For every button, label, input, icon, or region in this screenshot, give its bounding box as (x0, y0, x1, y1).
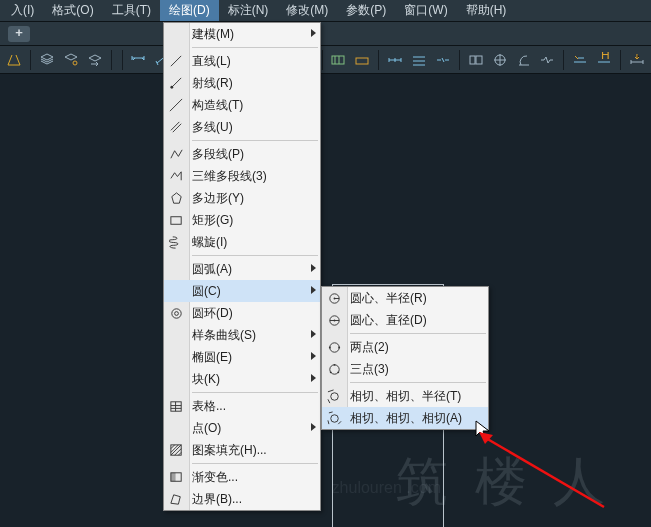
menu-parametric[interactable]: 参数(P) (337, 0, 395, 21)
svg-line-12 (169, 98, 181, 110)
svg-line-45 (338, 421, 341, 424)
draw-menu-item[interactable]: 点(O) (164, 417, 320, 439)
draw-menu-item[interactable]: 直线(L) (164, 50, 320, 72)
layer-icon[interactable] (36, 49, 58, 71)
hatch-icon (164, 440, 188, 460)
dim-baseline-icon[interactable] (351, 49, 373, 71)
draw-menu-item[interactable]: 块(K) (164, 368, 320, 390)
menu-item-label: 建模(M) (188, 26, 304, 43)
dim-continue-icon[interactable] (384, 49, 406, 71)
donut-icon (164, 303, 188, 323)
draw-menu-item[interactable]: 矩形(G) (164, 209, 320, 231)
draw-menu-item[interactable]: 构造线(T) (164, 94, 320, 116)
draw-menu-item[interactable]: 表格... (164, 395, 320, 417)
menu-tools[interactable]: 工具(T) (103, 0, 160, 21)
tolerance-icon[interactable] (465, 49, 487, 71)
menu-separator (192, 47, 318, 48)
svg-line-40 (327, 389, 333, 391)
dim-linear-icon[interactable] (128, 49, 150, 71)
menu-item-label: 相切、相切、相切(A) (346, 410, 472, 427)
mline-icon (164, 117, 188, 137)
menu-item-label: 多边形(Y) (188, 190, 304, 207)
menu-format[interactable]: 格式(O) (43, 0, 102, 21)
draw-menu-dropdown: 建模(M)直线(L)射线(R)构造线(T)多线(U)多段线(P)三维多段线(3)… (163, 22, 321, 511)
draw-menu-item[interactable]: 圆环(D) (164, 302, 320, 324)
draw-menu-item[interactable]: 圆(C) (164, 280, 320, 302)
dim-edit-icon[interactable] (569, 49, 591, 71)
dim-update-icon[interactable] (626, 49, 648, 71)
layer-prev-icon[interactable] (84, 49, 106, 71)
gradient-icon (164, 467, 188, 487)
svg-point-42 (330, 414, 338, 422)
blank-icon (164, 259, 188, 279)
menu-window[interactable]: 窗口(W) (395, 0, 456, 21)
circle-menu-item[interactable]: 两点(2) (322, 336, 488, 358)
menu-item-label: 圆弧(A) (188, 261, 304, 278)
helix-icon (164, 232, 188, 252)
ray-icon (164, 73, 188, 93)
separator (30, 50, 31, 70)
layer-state-icon[interactable] (60, 49, 82, 71)
draw-menu-item[interactable]: 图案填充(H)... (164, 439, 320, 461)
draw-menu-item[interactable]: 样条曲线(S) (164, 324, 320, 346)
menu-draw[interactable]: 绘图(D) (160, 0, 219, 21)
menu-insert[interactable]: 入(I) (2, 0, 43, 21)
draw-menu-item[interactable]: 圆弧(A) (164, 258, 320, 280)
draw-menu-item[interactable]: 三维多段线(3) (164, 165, 320, 187)
draw-menu-item[interactable]: 多线(U) (164, 116, 320, 138)
blank-icon (164, 347, 188, 367)
svg-line-14 (172, 123, 180, 131)
separator (459, 50, 460, 70)
svg-line-44 (327, 420, 328, 424)
circle-menu-item[interactable]: 圆心、半径(R) (322, 287, 488, 309)
menu-modify[interactable]: 修改(M) (277, 0, 337, 21)
tool-icon[interactable] (3, 49, 25, 71)
circle-menu-item[interactable]: 三点(3) (322, 358, 488, 380)
submenu-arrow-icon (311, 374, 316, 382)
svg-rect-16 (170, 216, 180, 224)
c-cr-icon (322, 288, 346, 308)
new-tab-button[interactable]: + (8, 26, 30, 42)
menu-item-label: 样条曲线(S) (188, 327, 304, 344)
draw-menu-item[interactable]: 多段线(P) (164, 143, 320, 165)
xline-icon (164, 95, 188, 115)
submenu-arrow-icon (311, 423, 316, 431)
draw-menu-item[interactable]: 渐变色... (164, 466, 320, 488)
draw-menu-item[interactable]: 射线(R) (164, 72, 320, 94)
draw-menu-item[interactable]: 椭圆(E) (164, 346, 320, 368)
svg-point-36 (333, 363, 335, 365)
menu-item-label: 螺旋(I) (188, 234, 304, 251)
menu-item-label: 块(K) (188, 371, 304, 388)
menu-item-label: 直线(L) (188, 53, 304, 70)
draw-menu-item[interactable]: 多边形(Y) (164, 187, 320, 209)
jogged-linear-icon[interactable] (537, 49, 559, 71)
menu-item-label: 点(O) (188, 420, 304, 437)
dim-space-icon[interactable] (408, 49, 430, 71)
circle-menu-item[interactable]: 相切、相切、半径(T) (322, 385, 488, 407)
dim-break-icon[interactable] (432, 49, 454, 71)
circle-menu-item[interactable]: 相切、相切、相切(A) (322, 407, 488, 429)
menu-dimension[interactable]: 标注(N) (219, 0, 278, 21)
menu-item-label: 多线(U) (188, 119, 304, 136)
dim-tedit-icon[interactable]: H (593, 49, 615, 71)
c-3p-icon (322, 359, 346, 379)
menu-item-label: 圆心、半径(R) (346, 290, 472, 307)
menu-separator (192, 463, 318, 464)
draw-menu-item[interactable]: 边界(B)... (164, 488, 320, 510)
center-mark-icon[interactable] (489, 49, 511, 71)
separator (563, 50, 564, 70)
separator (378, 50, 379, 70)
polygon-icon (164, 188, 188, 208)
blank-icon (164, 325, 188, 345)
svg-rect-25 (170, 472, 175, 480)
menu-help[interactable]: 帮助(H) (457, 0, 516, 21)
inspect-icon[interactable] (513, 49, 535, 71)
circle-menu-item[interactable]: 圆心、直径(D) (322, 309, 488, 331)
svg-rect-6 (476, 56, 482, 64)
dim-quick-icon[interactable] (328, 49, 350, 71)
svg-line-9 (170, 55, 180, 65)
blank-icon (164, 418, 188, 438)
draw-menu-item[interactable]: 建模(M) (164, 23, 320, 45)
draw-menu-item[interactable]: 螺旋(I) (164, 231, 320, 253)
menu-item-label: 两点(2) (346, 339, 472, 356)
